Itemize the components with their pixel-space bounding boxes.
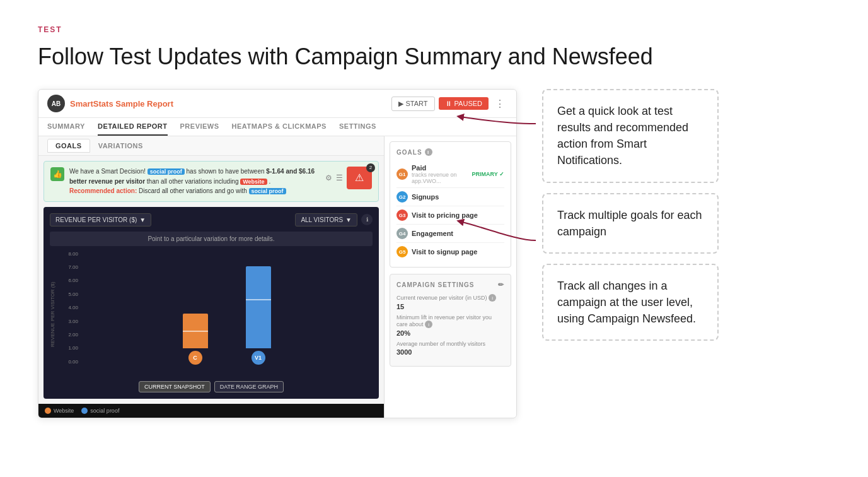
pause-icon: ⏸ xyxy=(445,100,452,107)
settings-value-lift: 20% xyxy=(396,329,504,337)
thumbs-up-icon: 👍 xyxy=(50,167,64,181)
bar-group-c: C xyxy=(183,241,208,365)
page-title: Follow Test Updates with Campaign Summar… xyxy=(38,43,830,70)
y-label: 1.00 xyxy=(59,345,81,351)
campaign-settings-label: CAMPAIGN SETTINGS xyxy=(396,281,474,288)
callout-multiple-goals: Track multiple goals for each campaign xyxy=(542,193,719,254)
app-title: SmartStats Sample Report xyxy=(70,99,173,109)
y-label: 7.00 xyxy=(59,264,81,270)
callout-1-text: Get a quick look at test results and rec… xyxy=(557,103,703,168)
y-label: 3.00 xyxy=(59,319,81,324)
sub-tab-variations[interactable]: VARIATIONS xyxy=(90,139,151,153)
goal-item-signup-page[interactable]: G5 Visit to signup page xyxy=(396,243,504,261)
goals-header-label: GOALS xyxy=(396,149,422,156)
start-button[interactable]: ▶ START xyxy=(391,97,435,111)
tab-settings[interactable]: SETTINGS xyxy=(339,118,376,136)
goal-name-signup-page: Visit to signup page xyxy=(412,248,504,256)
goals-panel: GOALS i G1 Paid tracks revenue onapp.VWO… xyxy=(384,136,516,418)
y-label: 0.00 xyxy=(59,359,81,365)
edit-icon[interactable]: ✏ xyxy=(498,281,504,289)
goals-info-icon: i xyxy=(425,148,432,156)
settings-icon[interactable]: ☰ xyxy=(336,172,343,184)
more-button[interactable]: ⋮ xyxy=(492,98,507,110)
alert-button[interactable]: ⚠ xyxy=(347,167,372,189)
y-axis-title: REVENUE PER VISITOR ($) xyxy=(50,251,59,377)
settings-label-lift: Minimum lift in revenue per visitor you … xyxy=(396,314,504,328)
goal-num-4: G4 xyxy=(396,228,408,239)
chart-area: REVENUE PER VISITOR ($) ▼ ALL VISITORS ▼… xyxy=(43,207,379,399)
goal-name-pricing: Visit to pricing page xyxy=(412,211,504,219)
sub-tab-goals[interactable]: GOALS xyxy=(47,139,90,153)
badge-website: Website xyxy=(240,179,267,185)
legend-website: Website xyxy=(54,408,74,414)
legend-social-proof: social proof xyxy=(90,408,119,414)
banner-text-pre: We have a Smart Decision! xyxy=(69,168,148,175)
current-snapshot-button[interactable]: CURRENT SNAPSHOT xyxy=(139,381,211,392)
date-range-button[interactable]: DATE RANGE GRAPH xyxy=(214,381,284,392)
y-label: 4.00 xyxy=(59,305,81,310)
tab-heatmaps[interactable]: HEATMAPS & CLICKMAPS xyxy=(232,118,327,136)
nav-tabs: SUMMARY DETAILED REPORT PREVIEWS HEATMAP… xyxy=(38,118,516,136)
section-label: TEST xyxy=(38,25,830,34)
tab-detailed-report[interactable]: DETAILED REPORT xyxy=(98,118,168,136)
badge-social-proof: social proof xyxy=(148,168,185,175)
settings-label-revenue: Current revenue per visitor (in USD) i xyxy=(396,294,504,302)
callout-2-text: Track multiple goals for each campaign xyxy=(557,207,703,240)
visitor-selector[interactable]: ALL VISITORS ▼ xyxy=(295,213,357,227)
tab-summary[interactable]: SUMMARY xyxy=(47,118,85,136)
chart-info-button[interactable]: ℹ xyxy=(361,214,373,225)
mockup-screenshot: AB SmartStats Sample Report ▶ START ⏸ PA… xyxy=(38,89,517,418)
y-label: 8.00 xyxy=(59,251,81,257)
bar-label-v1: V1 xyxy=(252,351,265,365)
chart-hint: Point to a particular variation for more… xyxy=(50,232,373,246)
settings-label-visitors: Average number of monthly visitors xyxy=(396,341,504,347)
y-label: 2.00 xyxy=(59,332,81,338)
warning-icon: ⚠ xyxy=(355,170,364,186)
goal-item-signups[interactable]: G2 Signups xyxy=(396,188,504,206)
goal-name-signups: Signups xyxy=(412,193,504,201)
y-label: 6.00 xyxy=(59,278,81,283)
goal-item-engagement[interactable]: G4 Engagement xyxy=(396,225,504,243)
chart-legend: Website social proof xyxy=(38,404,384,418)
metric-selector[interactable]: REVENUE PER VISITOR ($) ▼ xyxy=(50,213,151,227)
campaign-settings: CAMPAIGN SETTINGS ✏ Current revenue per … xyxy=(390,274,511,367)
goal-num-5: G5 xyxy=(396,246,408,257)
callout-campaign-newsfeed: Track all changes in a campaign at the u… xyxy=(542,264,719,341)
paused-button[interactable]: ⏸ PAUSED xyxy=(439,97,489,110)
gear-icon[interactable]: ⚙ xyxy=(325,172,332,184)
callout-smart-notifications: Get a quick look at test results and rec… xyxy=(542,89,719,182)
bar-label-c: C xyxy=(188,351,202,365)
settings-value-revenue: 15 xyxy=(396,303,504,310)
app-logo-icon: AB xyxy=(47,95,65,112)
bar-v1 xyxy=(246,266,271,348)
goal-name-paid: Paid xyxy=(412,164,468,172)
bar-group-v1: V1 xyxy=(246,241,271,365)
goal-num-3: G3 xyxy=(396,209,408,221)
tab-previews[interactable]: PREVIEWS xyxy=(180,118,219,136)
smart-decision-banner: 👍 We have a Smart Decision! social proof… xyxy=(43,161,379,202)
goal-sub-paid: tracks revenue onapp.VWO... xyxy=(412,172,468,184)
goal-num-2: G2 xyxy=(396,191,408,203)
goal-num-1: G1 xyxy=(396,168,408,180)
goal-item-paid[interactable]: G1 Paid tracks revenue onapp.VWO... PRIM… xyxy=(396,161,504,188)
bar-c xyxy=(183,314,208,348)
goal-name-engagement: Engagement xyxy=(412,230,504,237)
play-icon: ▶ xyxy=(398,100,403,108)
goal-primary-badge: PRIMARY ✓ xyxy=(472,171,504,177)
sub-tabs: GOALS VARIATIONS xyxy=(38,136,384,156)
settings-value-visitors: 3000 xyxy=(396,348,504,356)
badge-social-proof-2: social proof xyxy=(249,188,286,194)
callout-3-text: Track all changes in a campaign at the u… xyxy=(557,278,703,327)
y-label: 5.00 xyxy=(59,292,81,297)
goal-item-pricing[interactable]: G3 Visit to pricing page xyxy=(396,206,504,225)
